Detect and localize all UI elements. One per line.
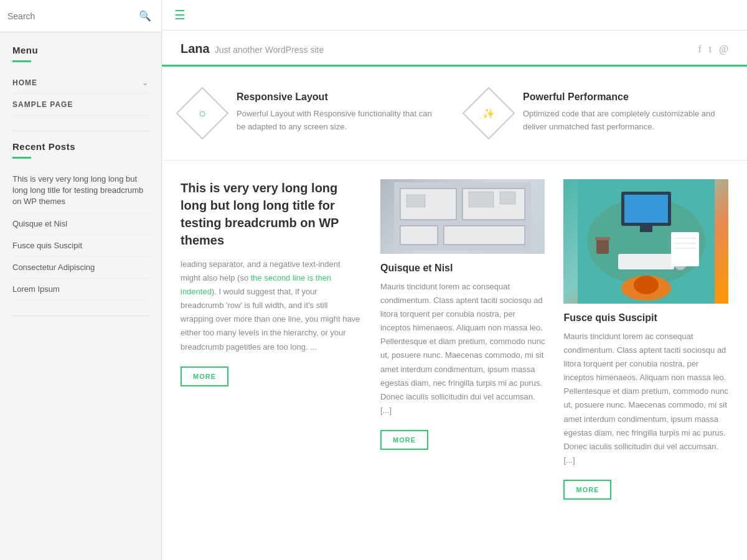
recent-post-0[interactable]: This is very very long long long but lon… (12, 169, 149, 213)
social-icons: f t @ (698, 44, 728, 55)
post-fusce-more-button[interactable]: MORE (563, 480, 611, 500)
post-quisque-body: Mauris tincidunt lorem ac consequat cond… (380, 280, 545, 418)
svg-rect-4 (444, 226, 525, 245)
feature-1-title: Responsive Layout (237, 91, 442, 103)
site-header: Lana Just another WordPress site f t @ (162, 30, 747, 67)
email-icon[interactable]: @ (719, 44, 728, 55)
svg-rect-19 (671, 232, 699, 266)
recent-posts-list: This is very very long long long but lon… (12, 169, 149, 301)
desk-svg (578, 179, 715, 304)
menu-item-sample[interactable]: SAMPLE PAGE (12, 94, 149, 116)
main-content: ☰ Lana Just another WordPress site f t @… (162, 0, 747, 560)
circle-icon: ○ (199, 106, 206, 121)
menu-item-home[interactable]: HOME ⌄ (12, 72, 149, 94)
hamburger-icon[interactable]: ☰ (174, 7, 186, 22)
site-name: Lana (181, 42, 210, 56)
feature-2-desc: Optimized code that are completely custo… (523, 108, 728, 134)
recent-posts-underline (12, 157, 31, 159)
post-quisque-title: Quisque et Nisl (380, 263, 545, 274)
chevron-down-icon: ⌄ (142, 78, 149, 87)
recent-posts-title: Recent Posts (12, 141, 149, 152)
post-fusce-image (563, 179, 728, 304)
recent-posts-section: Recent Posts This is very very long long… (12, 141, 149, 301)
feature-2-title: Powerful Performance (523, 91, 728, 103)
svg-rect-11 (624, 195, 668, 223)
twitter-icon[interactable]: t (709, 44, 712, 55)
search-input[interactable] (7, 11, 136, 21)
feature-1-text: Responsive Layout Powerful Layout with R… (237, 91, 442, 134)
post-featured-more-button[interactable]: MORE (181, 366, 228, 386)
site-title-area: Lana Just another WordPress site (181, 42, 324, 56)
topbar: ☰ (162, 0, 747, 30)
recent-post-1[interactable]: Quisque et Nisl (12, 213, 149, 235)
post-fusce-body: Mauris tincidunt lorem ac consequat cond… (563, 330, 728, 467)
feature-performance: ✨ Powerful Performance Optimized code th… (467, 91, 728, 135)
wand-icon: ✨ (482, 108, 495, 119)
svg-rect-6 (469, 192, 494, 207)
post-featured-body-text-2: ). I would suggest that, if your breadcr… (181, 287, 360, 351)
post-card-quisque: Quisque et Nisl Mauris tincidunt lorem a… (380, 179, 545, 500)
sidebar: 🔍 Menu HOME ⌄ SAMPLE PAGE Re (0, 0, 162, 560)
recent-post-2[interactable]: Fusce quis Suscipit (12, 235, 149, 257)
post-card-featured: This is very very long long long but lon… (181, 179, 362, 500)
feature-2-icon-container: ✨ (467, 91, 510, 135)
svg-rect-3 (400, 226, 438, 245)
post-quisque-more-button[interactable]: MORE (380, 430, 428, 450)
svg-rect-12 (640, 226, 652, 232)
recent-post-3[interactable]: Consectetur Adipiscing (12, 257, 149, 279)
svg-rect-17 (596, 238, 609, 254)
menu-item-sample-label: SAMPLE PAGE (12, 100, 73, 109)
facebook-icon[interactable]: f (698, 44, 701, 55)
floorplan-svg (394, 182, 531, 251)
feature-responsive: ○ Responsive Layout Powerful Layout with… (181, 91, 442, 135)
svg-rect-13 (618, 254, 674, 269)
svg-rect-18 (595, 237, 610, 240)
feature-1-icon-container: ○ (181, 91, 224, 135)
search-bar: 🔍 (0, 0, 161, 32)
posts-section: This is very very long long long but lon… (162, 161, 747, 518)
site-tagline: Just another WordPress site (215, 45, 324, 55)
search-button[interactable]: 🔍 (136, 7, 154, 24)
features-section: ○ Responsive Layout Powerful Layout with… (162, 67, 747, 161)
sidebar-divider-1 (12, 131, 149, 131)
recent-post-4[interactable]: Lorem Ipsum (12, 279, 149, 301)
post-featured-body: leading separator, and a negative text-i… (181, 258, 362, 354)
sidebar-divider-2 (12, 315, 149, 316)
post-quisque-image (380, 179, 545, 254)
svg-rect-7 (500, 192, 515, 204)
post-featured-title: This is very very long long long but lon… (181, 179, 362, 249)
feature-2-text: Powerful Performance Optimized code that… (523, 91, 728, 134)
menu-section: Menu HOME ⌄ SAMPLE PAGE (12, 45, 149, 116)
menu-title: Menu (12, 45, 149, 55)
menu-underline (12, 60, 31, 62)
post-fusce-title: Fusce quis Suscipit (563, 312, 728, 324)
menu-item-home-label: HOME (12, 78, 37, 87)
svg-rect-15 (634, 276, 659, 294)
feature-1-desc: Powerful Layout with Responsive function… (237, 108, 442, 134)
post-card-fusce: Fusce quis Suscipit Mauris tincidunt lor… (563, 179, 728, 500)
svg-rect-5 (406, 195, 425, 207)
